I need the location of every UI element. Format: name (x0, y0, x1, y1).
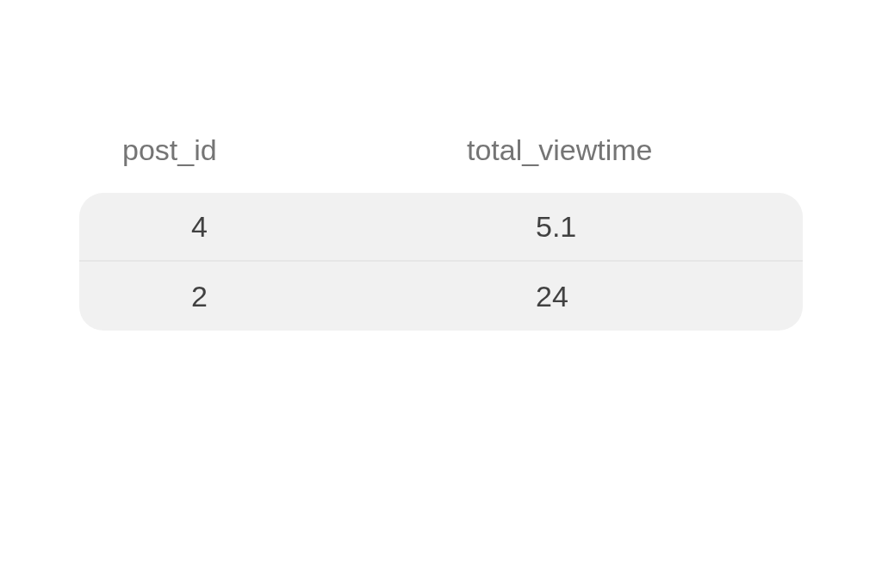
cell-total-viewtime: 5.1 (458, 210, 803, 244)
table-row: 2 24 (79, 262, 803, 331)
table-body: 4 5.1 2 24 (79, 193, 803, 331)
table-row: 4 5.1 (79, 193, 803, 262)
cell-post-id: 2 (79, 280, 458, 313)
column-header-post-id: post_id (79, 133, 458, 167)
data-table: post_id total_viewtime 4 5.1 2 24 (79, 133, 803, 331)
cell-total-viewtime: 24 (458, 280, 803, 313)
table-header-row: post_id total_viewtime (79, 133, 803, 193)
column-header-total-viewtime: total_viewtime (458, 133, 803, 167)
cell-post-id: 4 (79, 210, 458, 244)
